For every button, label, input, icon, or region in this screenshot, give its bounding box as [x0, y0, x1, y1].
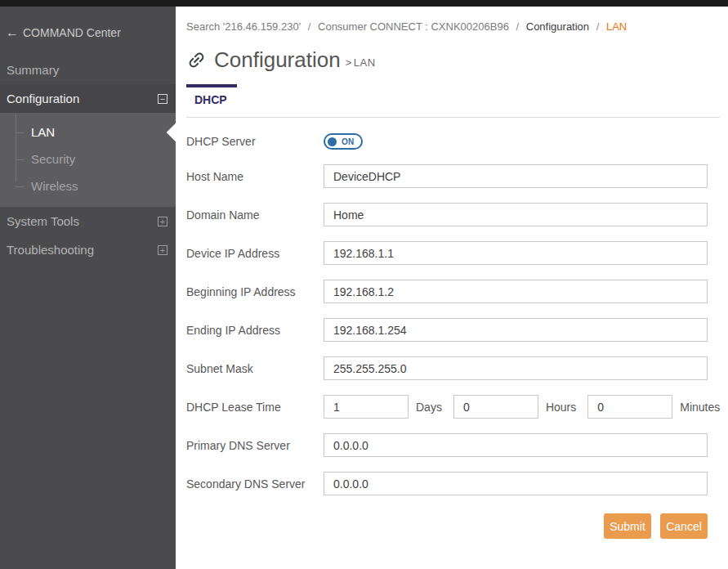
sidebar-back-link[interactable]: ← COMMAND Center	[0, 7, 176, 56]
field-label: Domain Name	[186, 208, 324, 222]
expand-icon[interactable]: +	[158, 245, 167, 255]
primary-dns-input[interactable]	[324, 433, 708, 457]
field-label: Device IP Address	[186, 247, 324, 260]
sidebar-item-label: Security	[31, 152, 75, 166]
host-name-input[interactable]	[324, 164, 708, 188]
sidebar-item-summary[interactable]: Summary	[0, 56, 176, 84]
expand-icon[interactable]: +	[158, 217, 167, 226]
sidebar-item-label: System Tools	[7, 214, 79, 228]
form-row-primary-dns: Primary DNS Server	[186, 433, 720, 457]
lease-minutes-unit: Minutes	[680, 401, 720, 414]
breadcrumb-configuration[interactable]: Configuration	[526, 20, 589, 33]
sidebar-item-troubleshooting[interactable]: Troubleshooting +	[0, 235, 176, 264]
subtitle-separator: >	[346, 56, 352, 69]
sidebar-item-lan[interactable]: LAN	[0, 119, 176, 146]
domain-name-input[interactable]	[324, 203, 708, 226]
field-label: DHCP Server	[186, 135, 324, 148]
subnet-mask-input[interactable]	[324, 356, 708, 380]
form-actions: Submit Cancel	[186, 513, 708, 539]
back-arrow-icon: ←	[6, 26, 19, 39]
top-black-bar	[0, 0, 728, 7]
breadcrumb-separator: /	[596, 20, 600, 33]
form-row-subnet-mask: Subnet Mask	[186, 356, 720, 380]
sidebar-item-configuration[interactable]: Configuration −	[0, 84, 176, 113]
main-content: Search '216.46.159.230' / Consumer CONNE…	[176, 7, 728, 569]
app-window: ← COMMAND Center Summary Configuration −…	[0, 0, 728, 569]
sidebar-submenu: LAN Security Wireless	[0, 113, 176, 207]
sidebar-item-security[interactable]: Security	[0, 146, 176, 172]
sidebar-item-system-tools[interactable]: System Tools +	[0, 207, 176, 235]
sidebar-item-label: LAN	[31, 125, 55, 139]
page-subtitle: >LAN	[346, 56, 376, 69]
breadcrumb-separator: /	[308, 20, 311, 33]
sidebar-item-label: Troubleshooting	[7, 243, 94, 257]
form-row-secondary-dns: Secondary DNS Server	[186, 472, 720, 495]
toggle-state-label: ON	[342, 137, 355, 146]
submit-button[interactable]: Submit	[604, 513, 651, 539]
form-row-ending-ip: Ending IP Address	[186, 318, 720, 342]
toggle-knob	[328, 137, 337, 146]
field-label: Host Name	[186, 170, 324, 183]
breadcrumb: Search '216.46.159.230' / Consumer CONNE…	[186, 15, 720, 34]
subtitle-label: LAN	[354, 56, 376, 69]
field-label: Beginning IP Address	[186, 285, 324, 298]
breadcrumb-search[interactable]: Search '216.46.159.230'	[186, 20, 301, 33]
sidebar-item-label: Wireless	[31, 179, 78, 193]
ending-ip-input[interactable]	[324, 318, 708, 342]
lease-days-input[interactable]	[324, 395, 409, 419]
field-label: Primary DNS Server	[186, 439, 324, 452]
secondary-dns-input[interactable]	[324, 472, 708, 495]
form-row-device-ip: Device IP Address	[186, 241, 720, 265]
field-label: Ending IP Address	[186, 324, 324, 337]
breadcrumb-device[interactable]: Consumer CONNECT : CXNK00206B96	[318, 20, 509, 33]
page-title: Configuration	[214, 47, 341, 73]
beginning-ip-input[interactable]	[324, 280, 708, 303]
breadcrumb-lan[interactable]: LAN	[606, 20, 627, 33]
form-row-beginning-ip: Beginning IP Address	[186, 280, 720, 303]
tab-dhcp[interactable]: DHCP	[186, 84, 237, 117]
field-label: DHCP Lease Time	[186, 401, 324, 414]
field-label: Subnet Mask	[186, 362, 324, 375]
tab-bar: DHCP	[186, 84, 720, 118]
dhcp-server-toggle[interactable]: ON	[324, 133, 363, 150]
lease-days-unit: Days	[416, 401, 442, 414]
field-label: Secondary DNS Server	[186, 477, 324, 491]
sidebar-item-label: Summary	[7, 63, 59, 77]
lease-hours-unit: Hours	[546, 401, 576, 414]
sidebar: ← COMMAND Center Summary Configuration −…	[0, 7, 176, 569]
collapse-icon[interactable]: −	[158, 94, 167, 104]
sidebar-title: COMMAND Center	[23, 26, 121, 39]
device-ip-input[interactable]	[324, 241, 708, 265]
form-row-lease-time: DHCP Lease Time Days Hours Minutes	[186, 395, 720, 419]
form-row-dhcp-server: DHCP Server ON	[186, 133, 720, 150]
sidebar-item-label: Configuration	[7, 92, 79, 105]
cancel-button[interactable]: Cancel	[660, 513, 708, 539]
sidebar-item-wireless[interactable]: Wireless	[0, 172, 176, 199]
form-row-domain-name: Domain Name	[186, 203, 720, 226]
lease-minutes-input[interactable]	[587, 395, 672, 419]
lease-hours-input[interactable]	[453, 395, 538, 419]
dhcp-form: DHCP Server ON Host Name Domain Name Dev…	[186, 133, 720, 539]
page-header: Configuration >LAN	[186, 47, 720, 73]
link-chain-icon	[186, 50, 207, 70]
form-row-host-name: Host Name	[186, 164, 720, 188]
breadcrumb-separator: /	[516, 20, 520, 33]
